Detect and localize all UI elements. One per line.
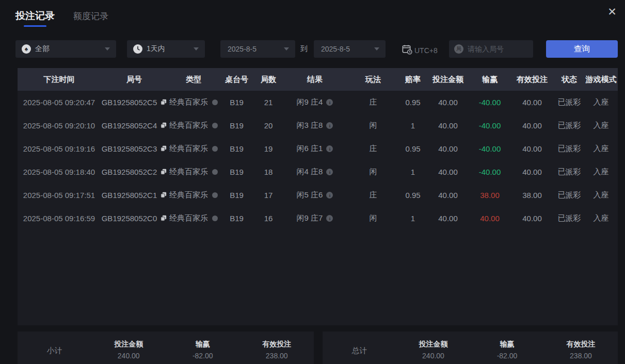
cell-round: 20: [254, 121, 283, 130]
time-range-select[interactable]: 1天内: [127, 40, 205, 58]
filter-bar: ♠ 全部 1天内 2025-8-5 到 2025-8-5: [0, 40, 625, 58]
col-win-loss: 输赢: [470, 75, 510, 85]
stat-label: 投注金额: [419, 340, 448, 349]
cell-bet-time: 2025-08-05 09:16:59: [18, 214, 101, 223]
cell-play: 庄: [347, 144, 399, 154]
cell-result: 闲4 庄8 i: [283, 167, 347, 177]
cell-type: 经典百家乐: [168, 144, 219, 154]
col-table-no: 桌台号: [219, 75, 254, 85]
table-row: 2025-08-05 09:19:16 GB19258052C3 经典百家乐 B…: [18, 137, 618, 160]
cell-game-mode: 入座: [584, 97, 618, 107]
info-icon[interactable]: i: [326, 145, 333, 152]
col-play: 玩法: [347, 75, 399, 85]
cell-round-id: GB19258052C5: [101, 98, 168, 107]
cell-odds: 0.95: [399, 98, 426, 107]
tab-quota-records[interactable]: 额度记录: [73, 10, 108, 22]
game-dot-icon: [212, 192, 218, 198]
cell-odds: 0.95: [399, 144, 426, 153]
stat-value: 240.00: [422, 352, 444, 360]
cell-bet-time: 2025-08-05 09:20:10: [18, 121, 101, 130]
cell-game-mode: 入座: [584, 121, 618, 130]
col-round: 局数: [254, 75, 283, 85]
info-icon[interactable]: i: [326, 122, 333, 129]
copy-icon[interactable]: [161, 144, 167, 153]
stat-value: 240.00: [118, 352, 140, 360]
stat-value: 238.00: [570, 352, 592, 360]
cell-round: 18: [254, 168, 283, 176]
cell-result: 闲5 庄6 i: [283, 190, 347, 200]
game-dot-icon: [212, 216, 218, 221]
cell-play: 闲: [347, 121, 399, 130]
spade-icon: ♠: [22, 44, 31, 54]
cell-status: 已派彩: [554, 144, 584, 154]
cell-win-loss: 38.00: [470, 191, 510, 200]
total-label: 总计: [323, 340, 396, 356]
cell-play: 闲: [347, 213, 399, 223]
query-button[interactable]: 查询: [546, 40, 618, 58]
cell-type: 经典百家乐: [168, 213, 219, 223]
cell-round: 19: [254, 144, 283, 153]
col-result: 结果: [283, 75, 347, 85]
cell-result: 闲9 庄7 i: [283, 213, 347, 223]
col-bet-time: 下注时间: [18, 75, 101, 85]
tab-bar: 投注记录 额度记录: [15, 9, 108, 29]
close-icon[interactable]: ✕: [604, 4, 620, 20]
copy-icon[interactable]: [161, 168, 167, 176]
table-row: 2025-08-05 09:20:10 GB19258052C4 经典百家乐 B…: [18, 114, 618, 137]
cell-result: 闲3 庄8 i: [283, 121, 347, 130]
info-icon[interactable]: i: [326, 215, 333, 222]
betting-records-modal: 投注记录 额度记录 ✕ ♠ 全部 1天内 2025-8-5 到 2025-8-5: [0, 0, 625, 364]
cell-round-id: GB19258052C1: [101, 191, 168, 200]
copy-icon[interactable]: [161, 191, 167, 200]
col-type: 类型: [168, 75, 219, 85]
cell-valid-bet: 40.00: [510, 98, 554, 107]
cell-round: 17: [254, 191, 283, 200]
info-icon[interactable]: i: [326, 99, 333, 106]
cell-win-loss: -40.00: [470, 168, 510, 176]
subtotal-panel: 小计 投注金额 240.00 输赢 -82.00 有效投注 238.00: [18, 332, 314, 364]
subtotal-winloss-stat: 输赢 -82.00: [166, 340, 240, 360]
table-header-row: 下注时间 局号 类型 桌台号 局数 结果 玩法 赔率 投注金额 输赢 有效投注 …: [18, 68, 618, 91]
col-bet-amount: 投注金额: [426, 75, 470, 85]
table-row: 2025-08-05 09:17:51 GB19258052C1 经典百家乐 B…: [18, 184, 618, 207]
cell-game-mode: 入座: [584, 190, 618, 200]
stat-label: 投注金额: [114, 340, 143, 349]
info-icon[interactable]: i: [326, 169, 333, 175]
date-from-value: 2025-8-5: [228, 45, 280, 53]
cell-win-loss: -40.00: [470, 144, 510, 153]
cell-odds: 1: [399, 168, 426, 176]
copy-icon[interactable]: [161, 121, 167, 130]
clock-icon: [133, 44, 142, 54]
cell-table-no: B19: [219, 214, 254, 223]
cell-type: 经典百家乐: [168, 167, 219, 177]
info-icon[interactable]: i: [326, 192, 333, 198]
date-to-select[interactable]: 2025-8-5: [314, 40, 386, 58]
col-odds: 赔率: [399, 75, 426, 85]
subtotal-label: 小计: [18, 340, 92, 356]
cell-status: 已派彩: [554, 213, 584, 223]
cell-table-no: B19: [219, 144, 254, 153]
cell-type: 经典百家乐: [168, 190, 219, 200]
copy-icon[interactable]: [161, 214, 167, 223]
cell-status: 已派彩: [554, 167, 584, 177]
cell-round-id: GB19258052C3: [101, 144, 168, 153]
cell-result: 闲9 庄4 i: [283, 97, 347, 107]
cell-type: 经典百家乐: [168, 121, 219, 130]
game-type-select[interactable]: ♠ 全部: [15, 40, 116, 58]
date-from-select[interactable]: 2025-8-5: [220, 40, 295, 58]
cell-odds: 1: [399, 121, 426, 130]
round-number-icon: 局: [454, 44, 463, 54]
round-search-field: 局: [449, 40, 533, 58]
cell-win-loss: -40.00: [470, 98, 510, 107]
total-bet-stat: 投注金额 240.00: [396, 340, 470, 360]
game-dot-icon: [212, 100, 218, 105]
copy-icon[interactable]: [161, 98, 167, 107]
col-round-id: 局号: [101, 75, 168, 85]
tab-betting-records[interactable]: 投注记录: [15, 9, 55, 29]
cell-status: 已派彩: [554, 121, 584, 130]
stat-label: 有效投注: [262, 340, 291, 349]
round-search-input[interactable]: [468, 45, 524, 53]
table-row: 2025-08-05 09:18:40 GB19258052C2 经典百家乐 B…: [18, 160, 618, 184]
chevron-down-icon: [374, 47, 379, 51]
time-range-value: 1天内: [147, 44, 189, 54]
